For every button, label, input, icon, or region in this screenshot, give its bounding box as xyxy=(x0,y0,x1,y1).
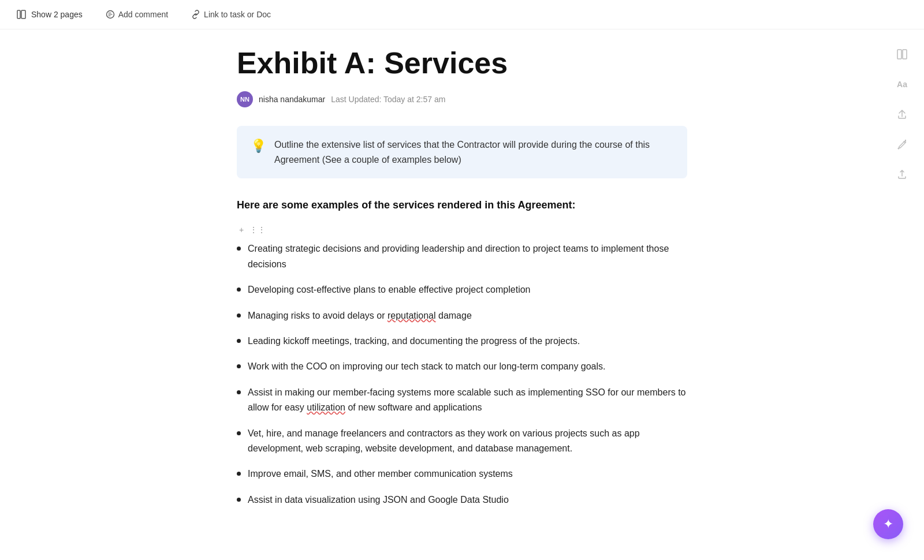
list-item: Managing risks to avoid delays or reputa… xyxy=(237,308,687,323)
layout-icon[interactable] xyxy=(894,46,910,62)
fab-button[interactable]: ✦ xyxy=(873,509,903,539)
bullet-dot xyxy=(237,339,241,343)
bullet-list: Creating strategic decisions and providi… xyxy=(237,241,687,507)
svg-rect-3 xyxy=(897,50,901,59)
bullet-dot xyxy=(237,364,241,368)
block-controls: + ⋮⋮ xyxy=(234,223,687,237)
doc-title: Exhibit A: Services xyxy=(237,47,687,80)
avatar: NN xyxy=(237,91,253,107)
list-item: Assist in data visualization using JSON … xyxy=(237,492,687,507)
main-content: Exhibit A: Services NN nisha nandakumar … xyxy=(202,29,722,552)
last-updated: Last Updated: Today at 2:57 am xyxy=(331,95,445,104)
author-row: NN nisha nandakumar Last Updated: Today … xyxy=(237,91,687,107)
drag-handle-button[interactable]: ⋮⋮ xyxy=(251,223,264,237)
callout-text: Outline the extensive list of services t… xyxy=(274,137,673,167)
spell-check-word: reputational xyxy=(388,311,436,320)
list-item: Creating strategic decisions and providi… xyxy=(237,241,687,272)
show-pages-label: Show 2 pages xyxy=(31,10,83,19)
section-heading: Here are some examples of the services r… xyxy=(237,199,687,211)
svg-rect-0 xyxy=(17,10,20,18)
bullet-dot xyxy=(237,431,241,435)
spell-check-word: utilization xyxy=(307,402,345,412)
export-icon[interactable] xyxy=(894,166,910,182)
right-sidebar: Aa xyxy=(894,46,910,182)
add-comment-button[interactable]: Add comment xyxy=(101,8,173,21)
list-item: Improve email, SMS, and other member com… xyxy=(237,466,687,481)
bullet-dot xyxy=(237,288,241,292)
bullet-dot xyxy=(237,390,241,394)
comment-icon xyxy=(106,10,115,19)
list-item: Vet, hire, and manage freelancers and co… xyxy=(237,426,687,457)
link-to-task-label: Link to task or Doc xyxy=(204,10,271,19)
bullet-dot xyxy=(237,247,241,251)
callout-icon: 💡 xyxy=(251,139,266,154)
add-block-button[interactable]: + xyxy=(234,223,248,237)
list-item: Assist in making our member-facing syste… xyxy=(237,385,687,416)
link-icon xyxy=(191,10,200,19)
bullet-dot xyxy=(237,472,241,476)
svg-rect-4 xyxy=(903,50,907,59)
list-item: Work with the COO on improving our tech … xyxy=(237,359,687,374)
author-name: nisha nandakumar xyxy=(259,95,325,104)
bullet-dot xyxy=(237,313,241,318)
share-icon[interactable] xyxy=(894,106,910,122)
fab-icon: ✦ xyxy=(883,517,893,532)
link-to-task-button[interactable]: Link to task or Doc xyxy=(187,8,275,21)
add-comment-label: Add comment xyxy=(118,10,168,19)
top-toolbar: Show 2 pages Add comment Link to task or… xyxy=(0,0,924,29)
svg-rect-1 xyxy=(21,10,25,18)
show-pages-button[interactable]: Show 2 pages xyxy=(12,7,87,22)
font-size-icon[interactable]: Aa xyxy=(894,76,910,92)
magic-edit-icon[interactable] xyxy=(894,136,910,152)
list-item: Leading kickoff meetings, tracking, and … xyxy=(237,334,687,349)
list-item: Developing cost-effective plans to enabl… xyxy=(237,282,687,297)
pages-icon xyxy=(16,9,27,20)
callout-box: 💡 Outline the extensive list of services… xyxy=(237,126,687,178)
bullet-dot xyxy=(237,498,241,502)
